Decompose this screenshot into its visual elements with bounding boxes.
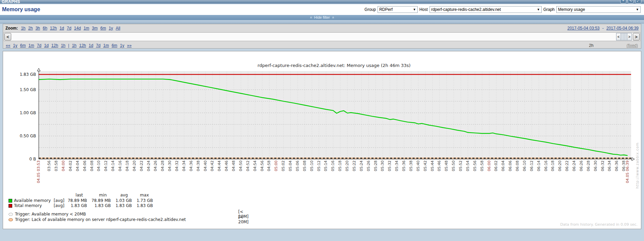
zoom-link-6h[interactable]: 6h bbox=[43, 26, 47, 31]
time-scrollbar-track[interactable]: < < > > bbox=[4, 32, 640, 41]
zoom-link-1h[interactable]: 1h bbox=[21, 26, 25, 31]
zoom-link-3h[interactable]: 3h bbox=[35, 26, 40, 31]
x-axis-tick-label: 03:58 bbox=[54, 160, 58, 171]
time-scrollbar-thumb[interactable]: < > bbox=[616, 33, 632, 40]
x-axis-tick-label: 05:16 bbox=[331, 160, 335, 171]
x-axis-tick-label: 04:40 bbox=[203, 160, 208, 171]
date-to-link[interactable]: 2017-05-04 06:39 bbox=[606, 26, 639, 31]
nav-back-period-1y[interactable]: 1y bbox=[13, 43, 17, 48]
zoom-link-14d[interactable]: 14d bbox=[74, 26, 81, 31]
nav-right-links: 1h12h1d7d1m6m1y bbox=[72, 43, 124, 48]
x-axis-tick-label: 05:22 bbox=[352, 160, 356, 171]
period-nav-row: «« 1y6m1m7d1d12h1h | 1h12h1d7d1m6m1y »» … bbox=[6, 43, 639, 48]
topbar-icons: +⟲⤢ bbox=[620, 0, 641, 3]
legend-series-row: Available memory[avg]78.89 MB78.89 MB1.0… bbox=[8, 198, 153, 203]
x-axis-tick-label: 05:10 bbox=[310, 160, 314, 171]
nav-fwd-period-1d[interactable]: 1d bbox=[89, 43, 93, 48]
scrollbar-left-arrow[interactable]: < bbox=[4, 33, 11, 40]
thumb-step-right[interactable]: > bbox=[627, 33, 632, 40]
x-axis-tick-label: 04:18 bbox=[125, 160, 129, 171]
nav-back-period-7d[interactable]: 7d bbox=[37, 43, 41, 48]
zoom-link-1m[interactable]: 1m bbox=[84, 26, 89, 31]
x-axis-tick-label: 05:20 bbox=[345, 160, 349, 171]
nav-fwd-period-1h[interactable]: 1h bbox=[72, 43, 76, 48]
zoom-link-all[interactable]: All bbox=[116, 26, 120, 31]
group-select[interactable]: RDPerf ▼ bbox=[378, 6, 418, 13]
nav-fwd-period-12h[interactable]: 12h bbox=[79, 43, 86, 48]
nav-left-links: 1y6m1m7d1d12h1h bbox=[13, 43, 65, 48]
x-axis-tick-label: 06:36 bbox=[614, 160, 619, 171]
zoom-link-12h[interactable]: 12h bbox=[50, 26, 57, 31]
x-axis-tick-label: 06:12 bbox=[529, 160, 534, 171]
x-axis-tick-label: 04:32 bbox=[175, 160, 179, 171]
x-axis-tick-label: 04:38 bbox=[196, 160, 201, 171]
nav-fwd-period-1m[interactable]: 1m bbox=[103, 43, 109, 48]
thumb-step-left[interactable]: < bbox=[616, 33, 621, 40]
add-to-favourites-icon[interactable]: + bbox=[620, 0, 626, 3]
nav-back-period-1h[interactable]: 1h bbox=[61, 43, 65, 48]
nav-fwd-period-1y[interactable]: 1y bbox=[120, 43, 124, 48]
fullscreen-icon[interactable]: ⤢ bbox=[635, 0, 641, 3]
refresh-icon[interactable]: ⟲ bbox=[628, 0, 634, 3]
host-select[interactable]: rdperf-capture-redis-cache2.altidev.net … bbox=[430, 6, 542, 13]
y-axis-tick-label: 0.50 GB bbox=[3, 134, 36, 138]
x-axis-tick-label: 06:20 bbox=[558, 160, 562, 171]
graph-plot-area[interactable] bbox=[37, 68, 635, 163]
x-axis-tick-label: 06:28 bbox=[586, 160, 591, 171]
zoom-row: Zoom: 1h2h3h6h12h1d7d14d1m3m6m1yAll 2017… bbox=[5, 25, 639, 31]
legend-header-row: lastminavgmax bbox=[8, 193, 153, 197]
graph-label: Graph bbox=[543, 7, 555, 12]
y-axis-tick-label: 1.50 GB bbox=[3, 87, 36, 92]
zoom-link-3m[interactable]: 3m bbox=[92, 26, 98, 31]
date-from-link[interactable]: 2017-05-04 03:53 bbox=[568, 26, 600, 31]
x-axis-tick-label: 03:56 bbox=[47, 160, 51, 171]
x-axis-tick-label: 05:54 bbox=[466, 160, 470, 171]
nav-back-period-6m[interactable]: 6m bbox=[20, 43, 26, 48]
zoom-link-2h[interactable]: 2h bbox=[28, 26, 33, 31]
y-axis-tick-label: 1.00 GB bbox=[3, 110, 36, 115]
series-function: [avg] bbox=[54, 198, 67, 203]
zoom-link-6m[interactable]: 6m bbox=[100, 26, 106, 31]
zabbix-watermark: http://www.zabbix.com bbox=[636, 142, 639, 189]
x-axis-tick-label: 06:22 bbox=[565, 160, 569, 171]
x-axis-tick-label: 05:02 bbox=[281, 160, 285, 171]
nav-back-period-1d[interactable]: 1d bbox=[44, 43, 49, 48]
zoom-link-1y[interactable]: 1y bbox=[109, 26, 113, 31]
series-name: Total memory bbox=[14, 203, 54, 208]
legend-col-max: max bbox=[132, 193, 153, 197]
scrollbar-right-arrow[interactable]: > bbox=[633, 33, 640, 40]
zoom-label: Zoom: bbox=[5, 26, 18, 31]
x-axis-tick-label: 05:38 bbox=[409, 160, 413, 171]
x-axis-tick-label: 05:44 bbox=[430, 160, 435, 171]
x-axis-tick-label: 04:58 bbox=[267, 160, 271, 171]
series-function: [avg] bbox=[54, 203, 67, 208]
nav-back-period-1m[interactable]: 1m bbox=[29, 43, 34, 48]
trigger-label: Trigger: Available memory < 20MB bbox=[15, 212, 86, 217]
nav-fwd-period-6m[interactable]: 6m bbox=[111, 43, 117, 48]
thumb-grip-handle[interactable] bbox=[621, 33, 627, 40]
x-axis-tick-label: 04:10 bbox=[97, 160, 101, 171]
fixed-mode-link[interactable]: (fixed) bbox=[627, 43, 638, 48]
x-axis-tick-label: 04:00 bbox=[61, 160, 66, 171]
zoom-link-1d[interactable]: 1d bbox=[59, 26, 64, 31]
x-axis-tick-label: 06:26 bbox=[579, 160, 584, 171]
nav-back-period-12h[interactable]: 12h bbox=[51, 43, 58, 48]
graph-select[interactable]: Memory usage ▼ bbox=[556, 6, 641, 13]
trigger-severity-icon bbox=[8, 218, 13, 221]
current-period-label: 2h bbox=[589, 43, 593, 48]
x-axis-tick-label: 04:02 bbox=[68, 160, 73, 171]
nav-fwd-period-7d[interactable]: 7d bbox=[96, 43, 100, 48]
nav-back-link[interactable]: «« bbox=[6, 43, 10, 48]
nav-forward-link[interactable]: »» bbox=[127, 43, 132, 48]
x-axis-tick-label: 06:00 bbox=[487, 160, 491, 171]
zoom-link-7d[interactable]: 7d bbox=[67, 26, 71, 31]
hide-filter-toggle[interactable]: «Hide filter« bbox=[0, 15, 644, 20]
chevron-up-icon: « bbox=[309, 16, 314, 18]
series-name: Available memory bbox=[14, 198, 54, 203]
x-axis-tick-label: 06:04 bbox=[501, 160, 505, 171]
page-header: Memory usage Group RDPerf ▼ Host rdperf-… bbox=[0, 4, 644, 15]
x-axis-tick-label: 05:46 bbox=[437, 160, 441, 171]
x-axis-tick-label: 04:20 bbox=[132, 160, 137, 171]
x-axis-tick-label: 05:48 bbox=[444, 160, 449, 171]
x-axis-tick-label: 06:24 bbox=[572, 160, 576, 171]
